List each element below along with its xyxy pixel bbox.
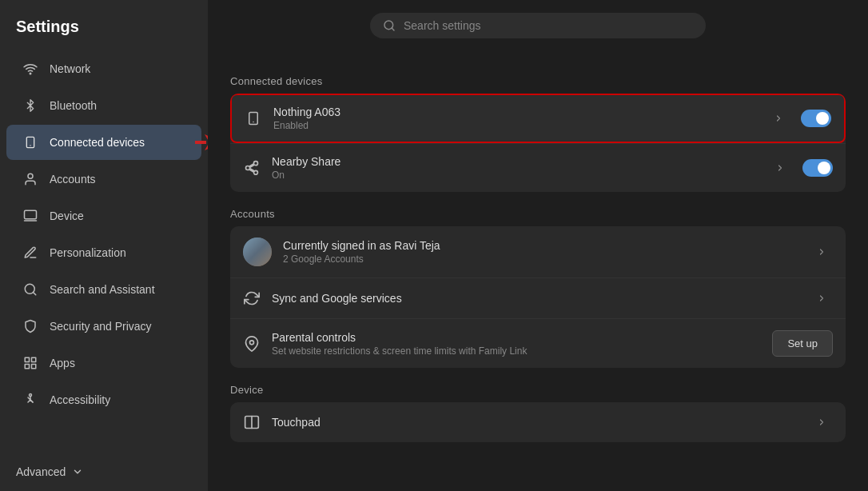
nothing-a063-text: Nothing A063 Enabled bbox=[273, 106, 762, 131]
phone-icon bbox=[22, 134, 38, 150]
sidebar-item-apps[interactable]: Apps bbox=[6, 345, 201, 381]
svg-point-19 bbox=[250, 340, 254, 344]
touchpad-text: Touchpad bbox=[272, 416, 806, 429]
svg-point-5 bbox=[28, 174, 33, 178]
nearby-share-chevron bbox=[775, 162, 785, 174]
sidebar-item-network-label: Network bbox=[50, 62, 90, 75]
connected-devices-section-header: Connected devices bbox=[230, 75, 846, 87]
search-bar-icon bbox=[383, 19, 396, 32]
parental-controls-subtitle: Set website restrictions & screen time l… bbox=[272, 345, 761, 357]
signed-in-subtitle: 2 Google Accounts bbox=[283, 253, 806, 265]
sidebar-item-accessibility-label: Accessibility bbox=[50, 393, 110, 406]
sidebar-item-bluetooth[interactable]: Bluetooth bbox=[6, 88, 201, 123]
nothing-a063-subtitle: Enabled bbox=[273, 120, 762, 131]
avatar bbox=[243, 238, 272, 266]
advanced-label: Advanced bbox=[16, 465, 66, 478]
parental-controls-icon bbox=[243, 335, 261, 353]
nothing-a063-toggle[interactable] bbox=[801, 110, 831, 127]
sidebar-item-bluetooth-label: Bluetooth bbox=[50, 99, 97, 112]
nothing-a063-title: Nothing A063 bbox=[273, 106, 762, 118]
sidebar-item-apps-label: Apps bbox=[50, 357, 75, 369]
search-icon bbox=[22, 281, 38, 297]
sync-icon bbox=[243, 289, 261, 307]
sidebar-item-security-privacy[interactable]: Security and Privacy bbox=[6, 309, 201, 344]
sidebar-item-personalization-label: Personalization bbox=[50, 246, 126, 259]
nearby-share-toggle[interactable] bbox=[802, 159, 833, 177]
sidebar-item-device[interactable]: Device bbox=[6, 198, 201, 234]
nothing-phone-icon bbox=[245, 110, 262, 127]
accounts-card: Currently signed in as Ravi Teja 2 Googl… bbox=[230, 226, 846, 368]
grid-icon bbox=[22, 355, 38, 371]
sidebar-item-security-privacy-label: Security and Privacy bbox=[50, 320, 152, 333]
shield-icon bbox=[22, 318, 38, 334]
nothing-a063-item[interactable]: Nothing A063 Enabled bbox=[230, 94, 846, 143]
svg-line-9 bbox=[33, 292, 35, 294]
parental-controls-title: Parental controls bbox=[272, 331, 761, 344]
svg-rect-4 bbox=[195, 141, 206, 144]
device-card: Touchpad bbox=[230, 402, 846, 442]
app-title: Settings bbox=[0, 0, 208, 50]
svg-rect-11 bbox=[32, 357, 36, 361]
sidebar-item-connected-devices[interactable]: Connected devices bbox=[6, 125, 201, 160]
svg-rect-6 bbox=[25, 210, 37, 219]
sidebar: Settings Network Bluetooth bbox=[0, 0, 208, 491]
svg-point-0 bbox=[30, 73, 31, 74]
sidebar-item-accounts[interactable]: Accounts bbox=[6, 162, 201, 197]
connected-devices-card: Nothing A063 Enabled Nearby Share bbox=[230, 94, 846, 192]
accessibility-icon bbox=[22, 392, 38, 408]
parental-controls-item[interactable]: Parental controls Set website restrictio… bbox=[230, 319, 846, 368]
sidebar-item-personalization[interactable]: Personalization bbox=[6, 235, 201, 270]
sidebar-item-search-assistant-label: Search and Assistant bbox=[50, 283, 155, 296]
touchpad-chevron bbox=[817, 417, 826, 428]
setup-button[interactable]: Set up bbox=[772, 330, 833, 357]
main-content: Connected devices Nothing A063 Enabled bbox=[208, 0, 868, 491]
sidebar-item-accounts-label: Accounts bbox=[50, 173, 96, 186]
touchpad-title: Touchpad bbox=[272, 416, 806, 429]
sync-google-title: Sync and Google services bbox=[272, 292, 806, 305]
sidebar-item-accessibility[interactable]: Accessibility bbox=[6, 382, 201, 417]
person-icon bbox=[22, 171, 38, 187]
svg-line-16 bbox=[392, 28, 394, 30]
search-bar[interactable] bbox=[370, 13, 706, 38]
signed-in-text: Currently signed in as Ravi Teja 2 Googl… bbox=[283, 239, 806, 265]
sync-google-item[interactable]: Sync and Google services bbox=[230, 278, 846, 319]
sidebar-item-network[interactable]: Network bbox=[6, 51, 201, 86]
nearby-share-text: Nearby Share On bbox=[272, 155, 764, 181]
sync-google-text: Sync and Google services bbox=[272, 292, 806, 305]
svg-rect-13 bbox=[25, 365, 29, 369]
chevron-down-icon bbox=[72, 466, 83, 477]
touchpad-item[interactable]: Touchpad bbox=[230, 402, 846, 442]
signed-in-title: Currently signed in as Ravi Teja bbox=[283, 239, 806, 252]
svg-rect-1 bbox=[26, 137, 34, 147]
red-arrow-icon bbox=[195, 134, 208, 150]
signed-in-chevron bbox=[817, 246, 826, 257]
sidebar-item-device-label: Device bbox=[50, 210, 84, 222]
sync-chevron bbox=[817, 293, 826, 304]
signed-in-item[interactable]: Currently signed in as Ravi Teja 2 Googl… bbox=[230, 226, 846, 278]
sidebar-item-search-assistant[interactable]: Search and Assistant bbox=[6, 272, 201, 307]
device-section-header: Device bbox=[230, 384, 846, 396]
nearby-share-subtitle: On bbox=[272, 170, 764, 181]
touchpad-icon bbox=[243, 413, 261, 431]
svg-rect-12 bbox=[32, 365, 36, 369]
wifi-icon bbox=[22, 61, 38, 77]
parental-controls-text: Parental controls Set website restrictio… bbox=[272, 331, 761, 357]
nearby-share-item[interactable]: Nearby Share On bbox=[230, 143, 846, 192]
sidebar-footer-advanced[interactable]: Advanced bbox=[0, 456, 208, 491]
sidebar-item-connected-devices-label: Connected devices bbox=[50, 136, 145, 149]
search-input[interactable] bbox=[404, 19, 693, 32]
nearby-share-title: Nearby Share bbox=[272, 155, 764, 168]
nothing-a063-chevron bbox=[774, 113, 783, 124]
svg-rect-10 bbox=[25, 357, 29, 361]
pen-icon bbox=[22, 245, 38, 261]
laptop-icon bbox=[22, 208, 38, 224]
bluetooth-icon bbox=[22, 98, 38, 114]
nearby-share-icon bbox=[243, 159, 261, 177]
accounts-section-header: Accounts bbox=[230, 208, 846, 220]
